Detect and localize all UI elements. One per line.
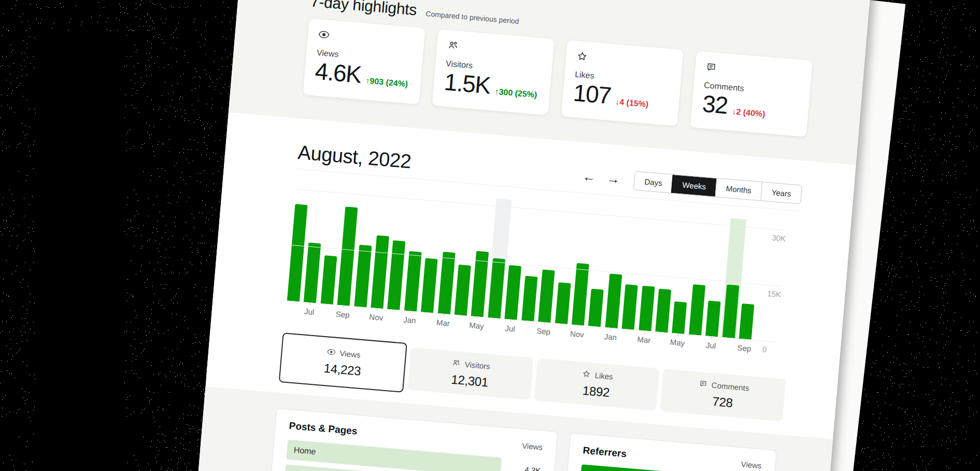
tab-days[interactable]: Days (634, 172, 673, 193)
star-icon (576, 50, 672, 71)
highlight-card-delta: ↑903 (24%) (365, 76, 408, 89)
chart-bar[interactable] (739, 303, 755, 340)
x-axis-slot: May (669, 333, 686, 348)
prev-period-button[interactable]: ← (582, 170, 596, 184)
chart-plot: JulSepNovJanMarMayJulSepNovJanMarMayJulS… (286, 182, 763, 340)
next-period-button[interactable]: → (606, 172, 620, 186)
chart-bar[interactable] (622, 284, 638, 330)
chart-bar[interactable] (354, 245, 372, 307)
metric-tab-value: 1892 (582, 383, 610, 399)
metric-tab-likes[interactable]: Likes1892 (534, 358, 660, 411)
highlight-card-delta: ↓2 (40%) (732, 107, 765, 119)
highlight-card-views[interactable]: Views4.6K↑903 (24%) (303, 18, 425, 104)
metric-tab-value: 12,301 (450, 372, 489, 390)
chart-bar[interactable] (505, 265, 522, 320)
x-axis-slot (519, 320, 535, 335)
highlight-card-visitors[interactable]: Visitors1.5K↑300 (25%) (432, 29, 555, 115)
chart-bar[interactable] (321, 255, 337, 304)
highlight-card-value: 107 (572, 80, 612, 108)
highlight-card-delta: ↓4 (15%) (615, 97, 649, 109)
post-row-label: Home (293, 446, 316, 457)
chart-bar[interactable] (638, 286, 655, 331)
highlights-subtitle: Compared to previous period (425, 9, 519, 25)
highlight-card-value: 4.6K (314, 59, 362, 88)
visitors-icon (447, 39, 543, 60)
y-tick-label: 0 (762, 345, 768, 354)
x-tick-label: Jan (602, 332, 618, 342)
tab-weeks[interactable]: Weeks (671, 175, 716, 197)
star-icon (581, 369, 591, 380)
chart-section: August, 2022 ← → DaysWeeksMonthsYears Ju… (206, 113, 856, 429)
x-tick-label: Sep (335, 309, 351, 319)
metric-tab-label-row: Views (326, 347, 361, 360)
x-tick-label: Sep (736, 343, 752, 353)
x-axis-slot: Mar (435, 313, 451, 328)
x-axis-slot (418, 312, 435, 326)
highlights-title: 7-day highlights (310, 0, 417, 19)
x-tick-label: May (669, 338, 685, 348)
x-axis-slot: Mar (636, 330, 652, 344)
chart-bar[interactable] (722, 284, 739, 338)
chart-bar[interactable] (655, 289, 671, 333)
chart-bar[interactable] (304, 243, 321, 303)
x-axis-slot: Sep (535, 322, 552, 336)
highlight-card-value: 1.5K (443, 70, 491, 99)
metric-tab-label: Comments (711, 381, 749, 393)
x-tick-label: Jan (402, 315, 418, 325)
chart-bar[interactable] (438, 252, 456, 314)
chart-bar[interactable] (538, 270, 555, 323)
x-axis-slot: Jan (402, 310, 418, 325)
referrers-title: Referrers (583, 445, 627, 460)
chart-bar[interactable] (521, 276, 537, 322)
metric-tab-label: Visitors (464, 360, 490, 371)
chart-bar[interactable] (404, 251, 422, 312)
chart-bar[interactable] (421, 258, 438, 313)
chart-bar[interactable] (689, 284, 705, 336)
x-axis-slot (619, 328, 636, 343)
comment-icon (698, 379, 708, 390)
x-axis-slot (586, 326, 602, 340)
arrow-right-icon: → (606, 171, 620, 186)
x-tick-label: Mar (435, 318, 451, 328)
tab-years[interactable]: Years (760, 182, 801, 203)
x-axis-slot (719, 337, 736, 352)
posts-views-header: Views (522, 441, 543, 451)
tab-months[interactable]: Months (715, 178, 762, 200)
x-axis-slot: Jul (301, 302, 318, 316)
x-tick-label: Jul (502, 323, 518, 333)
chart-bar[interactable] (388, 240, 406, 310)
metric-tab-comments[interactable]: Comments728 (660, 369, 786, 422)
chart-bar[interactable] (705, 300, 721, 337)
metric-tab-visitors[interactable]: Visitors12,301 (407, 348, 533, 400)
highlight-card-likes[interactable]: Likes107↓4 (15%) (561, 40, 684, 126)
x-axis-slot (552, 323, 569, 338)
chart-bar[interactable] (672, 301, 687, 334)
y-tick-label: 30K (772, 233, 786, 243)
x-tick-label: Mar (636, 335, 652, 344)
chart-bar[interactable] (555, 282, 571, 324)
metric-tab-label-row: Likes (581, 369, 613, 382)
referrers-views-header: Views (741, 460, 762, 470)
x-tick-label: Nov (368, 312, 384, 322)
chart-bar[interactable] (455, 265, 471, 316)
x-axis-slot: Nov (368, 308, 385, 322)
eye-icon (318, 29, 414, 49)
x-axis-slot (452, 314, 468, 329)
x-axis-slot: Jul (502, 319, 519, 334)
metric-tab-views[interactable]: Views14,223 (279, 333, 407, 393)
chart-bar[interactable] (588, 289, 604, 327)
chart-bar[interactable] (488, 258, 505, 318)
x-tick-label: Jul (703, 340, 719, 350)
highlight-card-comments[interactable]: Comments32↓2 (40%) (690, 51, 813, 137)
x-tick-label: Jul (301, 307, 317, 316)
x-axis-slot: Sep (335, 304, 351, 319)
highlight-card-value: 32 (702, 91, 729, 118)
chart-bar[interactable] (605, 273, 622, 328)
views-bar-chart: JulSepNovJanMarMayJulSepNovJanMarMayJulS… (286, 182, 799, 343)
comment-icon (705, 61, 801, 81)
chart-bar[interactable] (572, 263, 589, 325)
x-tick-label: Sep (535, 326, 551, 336)
x-axis-slot (652, 331, 669, 346)
eye-icon (326, 347, 336, 358)
posts-pages-title: Posts & Pages (289, 420, 358, 437)
